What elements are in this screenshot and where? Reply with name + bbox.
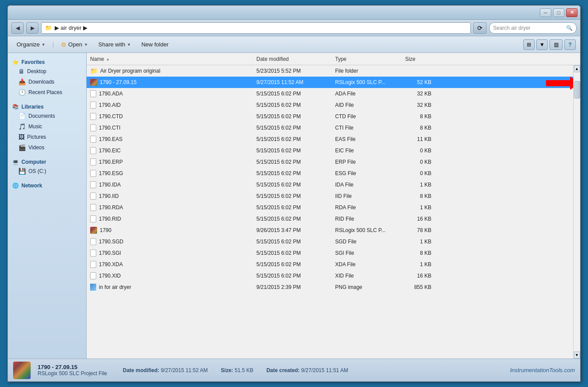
folder-icon: 📁: [45, 25, 52, 31]
network-section[interactable]: 🌐 Network: [8, 180, 86, 190]
share-with-button[interactable]: Share with ▼: [94, 39, 135, 51]
sidebar-item-downloads[interactable]: 📥 Downloads: [8, 77, 86, 87]
file-row[interactable]: 1790.ADA 5/15/2015 6:02 PM ADA File 32 K…: [87, 88, 573, 99]
minimize-button[interactable]: ─: [540, 8, 551, 17]
cell-type: CTD File: [335, 113, 405, 120]
file-name: 1790.RID: [99, 216, 121, 222]
file-icon: [90, 90, 96, 97]
file-row[interactable]: 1790 9/26/2015 3:47 PM RSLogix 500 SLC P…: [87, 225, 573, 236]
cell-date: 5/15/2015 6:02 PM: [256, 273, 335, 279]
new-folder-button[interactable]: New folder: [137, 39, 173, 51]
column-header-type[interactable]: Type: [335, 56, 405, 62]
sidebar-item-osc[interactable]: 💾 OS (C:): [8, 166, 86, 176]
file-row[interactable]: 1790.XDA 5/15/2015 6:02 PM XDA File 1 KB: [87, 259, 573, 270]
computer-section[interactable]: 💻 Computer: [8, 156, 86, 166]
scroll-down-button[interactable]: ▼: [574, 352, 580, 359]
organize-button[interactable]: Organize ▼: [12, 39, 50, 51]
cell-size: 11 KB: [405, 136, 440, 142]
column-header-name[interactable]: Name ▲: [90, 56, 256, 62]
cell-name: 1790.IID: [90, 193, 256, 200]
desktop-icon: 🖥: [18, 68, 24, 75]
cell-name: 1790.ERP: [90, 158, 256, 165]
favorites-section[interactable]: ⭐ Favorites: [8, 56, 86, 66]
file-name: 1790.ADA: [99, 91, 123, 97]
sidebar-item-videos[interactable]: 🎬 Videos: [8, 142, 86, 153]
status-filetype: RSLogix 500 SLC Project File: [38, 370, 107, 376]
file-icon: [90, 272, 96, 279]
file-name: 1790.CTI: [99, 125, 120, 131]
sidebar-item-desktop[interactable]: 🖥 Desktop: [8, 66, 86, 77]
column-header-date[interactable]: Date modified: [256, 56, 335, 62]
help-button[interactable]: ?: [564, 39, 576, 50]
file-name: 1790.ERP: [99, 159, 123, 165]
scrollbar-thumb[interactable]: [574, 81, 580, 99]
cell-name: 1790: [90, 227, 256, 234]
cell-date: 5/15/2015 6:02 PM: [256, 125, 335, 131]
forward-button[interactable]: ▶: [26, 22, 38, 34]
new-folder-label: New folder: [141, 41, 168, 48]
preview-pane-button[interactable]: ▥: [550, 39, 563, 50]
cell-type: ERP File: [335, 159, 405, 165]
file-row[interactable]: 1790.XID 5/15/2015 6:02 PM XID File 16 K…: [87, 270, 573, 281]
file-row[interactable]: 1790.ERP 5/15/2015 6:02 PM ERP File 0 KB: [87, 156, 573, 168]
file-row[interactable]: 📁 Air Dryer program original 5/23/2015 5…: [87, 65, 573, 77]
date-modified-detail: Date modified: 9/27/2015 11:52 AM: [123, 367, 208, 373]
view-dropdown-button[interactable]: ▼: [536, 39, 548, 50]
cell-name: 📁 Air Dryer program original: [90, 67, 256, 74]
search-box[interactable]: Search air dryer 🔍: [489, 22, 577, 34]
sidebar-item-music[interactable]: 🎵 Music: [8, 121, 86, 132]
videos-label: Videos: [28, 144, 44, 151]
view-details-button[interactable]: ⊞: [523, 39, 535, 50]
file-row[interactable]: 1790.SGI 5/15/2015 6:02 PM SGI File 8 KB: [87, 247, 573, 259]
maximize-button[interactable]: □: [553, 8, 564, 17]
file-row[interactable]: 1790.SGD 5/15/2015 6:02 PM SGD File 1 KB: [87, 236, 573, 247]
network-label: Network: [21, 183, 42, 189]
file-row[interactable]: 1790.RID 5/15/2015 6:02 PM RID File 16 K…: [87, 213, 573, 225]
file-row[interactable]: 1790.AID 5/15/2015 6:02 PM AID File 32 K…: [87, 99, 573, 111]
column-header-size[interactable]: Size: [405, 56, 440, 62]
cell-name: 1790.EAS: [90, 136, 256, 143]
cell-name: 1790.AID: [90, 102, 256, 109]
file-row[interactable]: in for air dryer 9/21/2015 2:39 PM PNG i…: [87, 281, 573, 293]
content-with-scroll: 📁 Air Dryer program original 5/23/2015 5…: [87, 65, 580, 359]
cell-name: 1790.SGI: [90, 250, 256, 257]
cell-type: File folder: [335, 68, 405, 74]
scrollbar[interactable]: ▲ ▼: [573, 65, 580, 359]
sidebar-item-documents[interactable]: 📄 Documents: [8, 111, 86, 121]
cell-type: EAS File: [335, 136, 405, 142]
file-row[interactable]: 1790.ESG 5/15/2015 6:02 PM ESG File 0 KB: [87, 168, 573, 179]
sidebar-item-pictures[interactable]: 🖼 Pictures: [8, 132, 86, 142]
file-row[interactable]: 1790.IDA 5/15/2015 6:02 PM IDA File 1 KB: [87, 179, 573, 190]
address-path[interactable]: 📁 ▶ air dryer ▶: [41, 22, 471, 34]
cell-size: 52 KB: [405, 79, 440, 85]
rslogix-icon: [90, 227, 97, 234]
file-icon: [90, 147, 96, 154]
file-row[interactable]: 1790 - 27.09.15 9/27/2015 11:52 AM RSLog…: [87, 77, 573, 88]
file-row[interactable]: 1790.CTD 5/15/2015 6:02 PM CTD File 8 KB: [87, 111, 573, 122]
cell-type: XDA File: [335, 261, 405, 267]
file-row[interactable]: 1790.IID 5/15/2015 6:02 PM IID File 8 KB: [87, 190, 573, 202]
file-icon: [90, 136, 96, 143]
scroll-up-button[interactable]: ▲: [574, 65, 580, 72]
file-name: 1790.XID: [99, 273, 121, 279]
file-row[interactable]: 1790.EAS 5/15/2015 6:02 PM EAS File 11 K…: [87, 134, 573, 145]
file-row[interactable]: 1790.EIC 5/15/2015 6:02 PM EIC File 0 KB: [87, 145, 573, 156]
cell-type: RID File: [335, 216, 405, 222]
sidebar-item-recent-places[interactable]: 🕐 Recent Places: [8, 87, 86, 98]
search-placeholder: Search air dryer: [493, 25, 530, 31]
file-icon: [90, 124, 96, 131]
open-button[interactable]: ⚙ Open ▼: [56, 39, 92, 51]
close-button[interactable]: ✕: [566, 8, 578, 17]
file-row[interactable]: 1790.RDA 5/15/2015 6:02 PM RDA File 1 KB: [87, 202, 573, 213]
libraries-section[interactable]: 📚 Libraries: [8, 101, 86, 111]
back-button[interactable]: ◀: [11, 22, 24, 34]
share-with-label: Share with: [98, 41, 125, 48]
cell-name: 1790.ESG: [90, 170, 256, 177]
cell-type: XID File: [335, 273, 405, 279]
refresh-button[interactable]: ⟳: [473, 22, 486, 34]
star-icon: ⭐: [12, 59, 19, 65]
videos-icon: 🎬: [18, 144, 26, 151]
cell-date: 5/15/2015 6:02 PM: [256, 261, 335, 267]
file-list-container: 📁 Air Dryer program original 5/23/2015 5…: [87, 65, 573, 359]
file-row[interactable]: 1790.CTI 5/15/2015 6:02 PM CTI File 8 KB: [87, 122, 573, 134]
